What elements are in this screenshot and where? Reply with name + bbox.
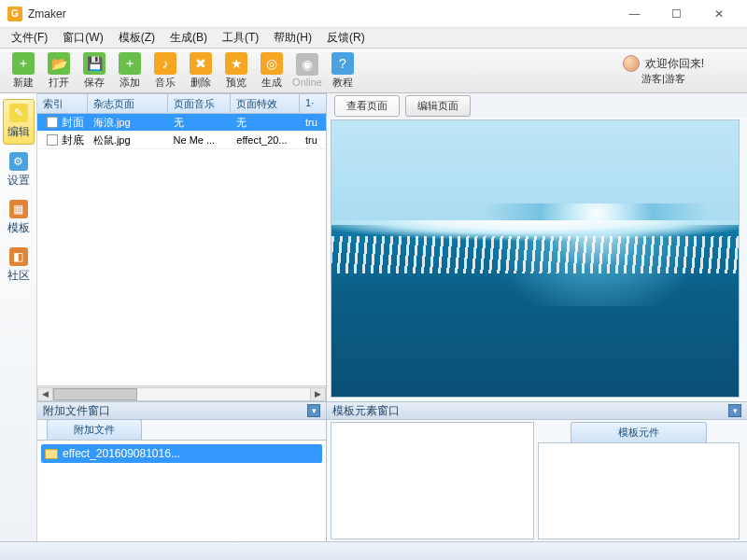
sidebar-label-template: 模板 bbox=[7, 220, 30, 236]
menu-template[interactable]: 模板(Z) bbox=[111, 28, 162, 48]
avatar-icon bbox=[623, 55, 640, 72]
tpl-panel-title: 模板元素窗口 ▾ bbox=[327, 401, 747, 420]
template-icon: ▦ bbox=[9, 200, 28, 218]
menu-help[interactable]: 帮助(H) bbox=[266, 28, 319, 48]
menu-generate[interactable]: 生成(B) bbox=[162, 28, 215, 48]
edit-icon: ✎ bbox=[9, 104, 28, 122]
tpl-panel-collapse-icon[interactable]: ▾ bbox=[728, 404, 741, 417]
music-icon: ♪ bbox=[154, 52, 176, 75]
center-column: 索引 杂志页面 页面音乐 页面特效 1· 封面海浪.jpg无无tru封底松鼠.j… bbox=[37, 93, 327, 541]
tb-new[interactable]: ＋新建 bbox=[6, 50, 41, 91]
table-row[interactable]: 封面海浪.jpg无无tru bbox=[37, 114, 326, 132]
col-page[interactable]: 杂志页面 bbox=[88, 94, 168, 113]
new-icon: ＋ bbox=[12, 52, 35, 75]
tb-music[interactable]: ♪音乐 bbox=[148, 50, 183, 91]
col-index[interactable]: 索引 bbox=[37, 94, 88, 113]
titlebar: G Zmaker ― ☐ ✕ bbox=[0, 0, 747, 28]
tb-music-label: 音乐 bbox=[155, 76, 176, 90]
tb-delete[interactable]: ✖删除 bbox=[183, 50, 218, 91]
scroll-left-icon[interactable]: ◀ bbox=[37, 387, 53, 401]
sidebar-tab-settings[interactable]: ⚙设置 bbox=[3, 148, 35, 192]
tb-preview[interactable]: ★预览 bbox=[218, 50, 254, 91]
bottom-right-panels: 模板元素窗口 ▾ 模板元件 bbox=[327, 401, 747, 541]
scroll-thumb[interactable] bbox=[53, 388, 137, 400]
app-icon: G bbox=[7, 7, 22, 21]
tb-save-label: 保存 bbox=[84, 76, 105, 90]
tb-tutorial[interactable]: ?教程 bbox=[325, 50, 360, 91]
tb-open-label: 打开 bbox=[49, 76, 69, 90]
panel-collapse-icon[interactable]: ▾ bbox=[307, 404, 320, 417]
preview-area[interactable] bbox=[331, 119, 740, 398]
statusbar bbox=[0, 541, 747, 560]
page-icon bbox=[47, 134, 58, 146]
sidebar-tab-template[interactable]: ▦模板 bbox=[3, 196, 35, 240]
welcome-text: 欢迎你回来! bbox=[645, 56, 704, 72]
tab-edit-page[interactable]: 编辑页面 bbox=[405, 95, 471, 117]
welcome-block: 欢迎你回来! 游客|游客 bbox=[623, 55, 741, 86]
left-sidebar: ✎编辑 ⚙设置 ▦模板 ◧社区 bbox=[0, 93, 37, 541]
tb-add[interactable]: ＋添加 bbox=[112, 50, 148, 91]
open-icon: 📂 bbox=[48, 52, 70, 75]
scroll-right-icon[interactable]: ▶ bbox=[310, 387, 326, 401]
sidebar-label-community: 社区 bbox=[7, 268, 30, 284]
sidebar-label-settings: 设置 bbox=[7, 173, 30, 189]
tpl-tab[interactable]: 模板元件 bbox=[571, 422, 707, 442]
scroll-track[interactable] bbox=[53, 387, 310, 401]
grid-body[interactable]: 封面海浪.jpg无无tru封底松鼠.jpgNe Me ...effect_20.… bbox=[37, 114, 326, 385]
settings-icon: ⚙ bbox=[9, 152, 28, 171]
col-extra[interactable]: 1· bbox=[300, 94, 326, 113]
help-icon: ? bbox=[331, 52, 354, 75]
menu-feedback[interactable]: 反馈(R) bbox=[319, 28, 373, 48]
page-icon bbox=[47, 117, 58, 128]
tb-preview-label: 预览 bbox=[226, 76, 247, 90]
attach-panel-title: 附加文件窗口 ▾ bbox=[37, 401, 326, 420]
minimize-button[interactable]: ― bbox=[613, 0, 655, 28]
attach-body[interactable]: effect_201609081016... bbox=[37, 441, 326, 541]
online-icon: ◉ bbox=[296, 53, 318, 76]
save-icon: 💾 bbox=[83, 52, 106, 75]
workspace: ✎编辑 ⚙设置 ▦模板 ◧社区 索引 杂志页面 页面音乐 页面特效 1· 封面海… bbox=[0, 93, 747, 541]
menu-tools[interactable]: 工具(T) bbox=[215, 28, 266, 48]
menu-window[interactable]: 窗口(W) bbox=[55, 28, 110, 48]
tb-add-label: 添加 bbox=[120, 76, 140, 90]
right-column: 查看页面 编辑页面 模板元素窗口 ▾ 模板元件 bbox=[327, 93, 747, 541]
sidebar-tab-community[interactable]: ◧社区 bbox=[3, 244, 35, 287]
attach-panel-label: 附加文件窗口 bbox=[43, 403, 110, 419]
preview-image bbox=[331, 120, 739, 397]
tb-online-label: Online bbox=[292, 77, 322, 88]
tb-tutorial-label: 教程 bbox=[332, 76, 353, 90]
tb-generate[interactable]: ◎生成 bbox=[254, 50, 289, 91]
community-icon: ◧ bbox=[9, 247, 28, 266]
tpl-elements-left[interactable] bbox=[331, 422, 534, 539]
tb-delete-label: 删除 bbox=[190, 76, 211, 90]
col-music[interactable]: 页面音乐 bbox=[168, 94, 232, 113]
table-row[interactable]: 封底松鼠.jpgNe Me ...effect_20...tru bbox=[37, 132, 326, 149]
tb-generate-label: 生成 bbox=[261, 76, 282, 90]
grid-header: 索引 杂志页面 页面音乐 页面特效 1· bbox=[37, 93, 326, 114]
sidebar-label-edit: 编辑 bbox=[7, 124, 30, 140]
tpl-body[interactable] bbox=[538, 442, 740, 539]
star-icon: ★ bbox=[225, 52, 247, 75]
attach-item-label: effect_201609081016... bbox=[63, 447, 180, 460]
col-effect[interactable]: 页面特效 bbox=[231, 94, 300, 113]
sidebar-tab-edit[interactable]: ✎编辑 bbox=[3, 99, 35, 145]
menubar: 文件(F) 窗口(W) 模板(Z) 生成(B) 工具(T) 帮助(H) 反馈(R… bbox=[0, 28, 747, 49]
folder-icon bbox=[45, 449, 58, 459]
h-scrollbar[interactable]: ◀ ▶ bbox=[37, 385, 326, 401]
welcome-user: 游客|游客 bbox=[641, 72, 685, 86]
tb-online[interactable]: ◉Online bbox=[289, 51, 325, 90]
tb-open[interactable]: 📂打开 bbox=[41, 50, 77, 91]
add-icon: ＋ bbox=[119, 52, 141, 75]
attach-area: 附加文件 effect_201609081016... bbox=[37, 420, 326, 541]
attach-item[interactable]: effect_201609081016... bbox=[41, 444, 322, 463]
tpl-elements-right: 模板元件 bbox=[538, 422, 740, 539]
preview-tabs: 查看页面 编辑页面 bbox=[327, 93, 747, 118]
tb-new-label: 新建 bbox=[13, 76, 34, 90]
menu-file[interactable]: 文件(F) bbox=[4, 28, 55, 48]
tab-view-page[interactable]: 查看页面 bbox=[334, 95, 400, 117]
close-button[interactable]: ✕ bbox=[698, 0, 740, 28]
attach-tab[interactable]: 附加文件 bbox=[47, 419, 142, 440]
maximize-button[interactable]: ☐ bbox=[655, 0, 698, 28]
generate-icon: ◎ bbox=[261, 52, 283, 75]
tb-save[interactable]: 💾保存 bbox=[77, 50, 112, 91]
